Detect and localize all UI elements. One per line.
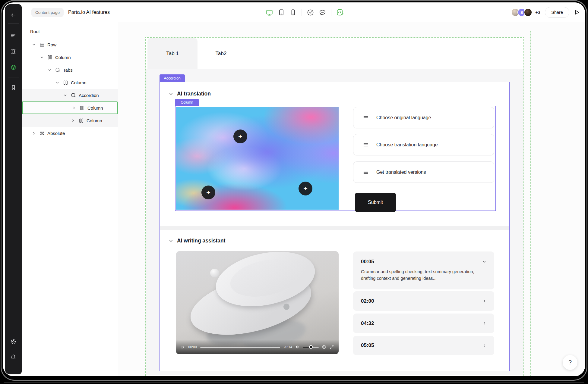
approvals-button[interactable] — [307, 9, 314, 16]
settings-button[interactable] — [8, 336, 19, 347]
video-progress-bar[interactable] — [200, 347, 280, 348]
tree-row-label: Column — [55, 55, 71, 60]
canvas[interactable]: Tab 1 Tab2 Accordion AI translation Colu… — [118, 22, 585, 376]
frames-button[interactable] — [8, 46, 19, 57]
timestamp-label: 02:00 — [361, 298, 374, 304]
hamburger-icon — [363, 142, 368, 148]
bell-icon — [10, 354, 16, 360]
tab-1[interactable]: Tab 1 — [147, 38, 198, 69]
play-icon — [574, 9, 580, 16]
check-circle-icon — [307, 9, 314, 16]
video-player[interactable]: 00:00 20:14 — [176, 251, 339, 354]
timestamp-card[interactable]: 05:05 — [353, 336, 494, 355]
help-button[interactable]: ? — [563, 355, 577, 370]
tree-row-label: Absolute — [47, 131, 65, 136]
chevron-down-icon[interactable] — [169, 92, 173, 96]
tab-2[interactable]: Tab2 — [200, 38, 242, 69]
rail-divider-mid — [8, 77, 19, 77]
tree-root-label[interactable]: Root — [22, 22, 118, 38]
timestamp-card-expanded[interactable]: 00:05 Grammar and spelling checking, tex… — [353, 251, 494, 289]
volume-slider[interactable] — [303, 347, 319, 348]
image-hotspot-button[interactable]: + — [233, 130, 247, 143]
chevron-right-icon[interactable] — [71, 106, 77, 110]
accordion-item-translation: AI translation Column + + + Choose origi… — [160, 82, 509, 226]
volume-slider-knob[interactable] — [309, 345, 313, 349]
column-icon — [63, 80, 68, 85]
code-edit-button[interactable] — [337, 9, 344, 16]
outline-menu-button[interactable] — [8, 30, 19, 41]
accordion-header-translation[interactable]: AI translation — [169, 91, 211, 97]
timestamp-description: Grammar and spelling checking, text summ… — [353, 265, 494, 282]
preview-play-button[interactable] — [574, 9, 580, 16]
video-play-button[interactable] — [181, 345, 185, 349]
fullscreen-button[interactable] — [330, 345, 334, 349]
chevron-down-icon[interactable] — [482, 260, 486, 264]
translation-step-label: Choose original language — [376, 115, 431, 120]
selected-column-element[interactable]: + + + Choose original language Choose tr… — [175, 106, 496, 211]
loop-button[interactable] — [322, 345, 326, 349]
back-button[interactable] — [8, 10, 19, 20]
chevron-down-icon[interactable] — [54, 81, 60, 84]
chevron-right-icon[interactable] — [70, 119, 76, 122]
chevron-left-icon[interactable] — [482, 344, 486, 348]
tablet-preview-button[interactable] — [278, 9, 285, 16]
accordion-header-writing[interactable]: AI writing assistant — [169, 238, 225, 244]
video-thumbnail-shape — [210, 269, 219, 277]
accordion-component[interactable]: AI translation Column + + + Choose origi… — [160, 82, 510, 371]
hamburger-icon — [363, 170, 368, 175]
plus-icon: + — [238, 132, 242, 141]
phone-preview-button[interactable] — [290, 9, 296, 16]
chevron-down-icon[interactable] — [31, 43, 37, 46]
tree-row-label: Row — [47, 42, 56, 47]
bookmark-button[interactable] — [8, 82, 19, 93]
top-bar: Content page Parta.io AI features S +3 S… — [22, 2, 585, 22]
tree-row-column[interactable]: Column — [22, 51, 118, 64]
avatar[interactable] — [524, 8, 532, 17]
tree-row-column[interactable]: Column — [22, 114, 118, 127]
image-hotspot-button[interactable]: + — [201, 186, 215, 199]
layers-button-active[interactable] — [8, 62, 19, 73]
avatar-overflow-count[interactable]: +3 — [535, 10, 540, 15]
tree-row-accordion[interactable]: Accordion — [22, 89, 118, 101]
notifications-button[interactable] — [8, 351, 19, 362]
topbar-right-group: S +3 Share — [511, 2, 580, 22]
chevron-down-icon[interactable] — [62, 94, 68, 97]
share-button[interactable]: Share — [545, 7, 569, 18]
translation-step-card[interactable]: Choose translation language — [353, 134, 494, 155]
tablet-icon — [278, 9, 285, 16]
submit-button[interactable]: Submit — [355, 193, 396, 212]
tabs-component: Tab 1 Tab2 — [146, 38, 523, 69]
desktop-preview-button[interactable] — [266, 9, 273, 16]
code-edit-icon — [337, 9, 344, 16]
comments-button[interactable] — [319, 9, 326, 16]
back-arrow-icon — [10, 12, 16, 18]
tree-row-absolute[interactable]: Absolute — [22, 127, 118, 139]
chevron-down-icon[interactable] — [39, 56, 45, 59]
accordion-item-writing: AI writing assistant 00:00 20:14 — [160, 230, 509, 371]
hamburger-icon — [363, 115, 368, 120]
translation-step-card[interactable]: Get translated versions — [353, 161, 494, 183]
chevron-left-icon[interactable] — [482, 321, 486, 325]
tree-row-tabs[interactable]: Tabs — [22, 64, 118, 76]
chevron-left-icon[interactable] — [482, 299, 486, 303]
volume-button[interactable] — [296, 345, 300, 349]
component-icon — [71, 93, 76, 98]
timestamp-card[interactable]: 02:00 — [353, 291, 494, 311]
tree-row-column[interactable]: Column — [22, 76, 118, 89]
image-hotspot-button[interactable]: + — [299, 182, 312, 195]
layers-icon — [10, 64, 17, 70]
translation-step-card[interactable]: Choose original language — [353, 107, 494, 128]
timestamp-label: 00:05 — [361, 259, 374, 265]
timestamp-card[interactable]: 04:32 — [353, 314, 494, 333]
tree-row-column-selected[interactable]: Column — [22, 101, 118, 114]
translation-step-label: Get translated versions — [376, 170, 426, 175]
timestamp-card-header: 00:05 — [353, 251, 494, 265]
tab-label: Tab2 — [216, 51, 227, 57]
abstract-artwork-image: + + + — [176, 107, 339, 210]
chevron-down-icon[interactable] — [46, 68, 52, 72]
component-icon — [55, 67, 61, 73]
tree-row-row[interactable]: Row — [22, 38, 118, 51]
chevron-down-icon[interactable] — [169, 239, 173, 243]
chevron-right-icon[interactable] — [31, 132, 37, 135]
gear-icon — [10, 338, 17, 345]
